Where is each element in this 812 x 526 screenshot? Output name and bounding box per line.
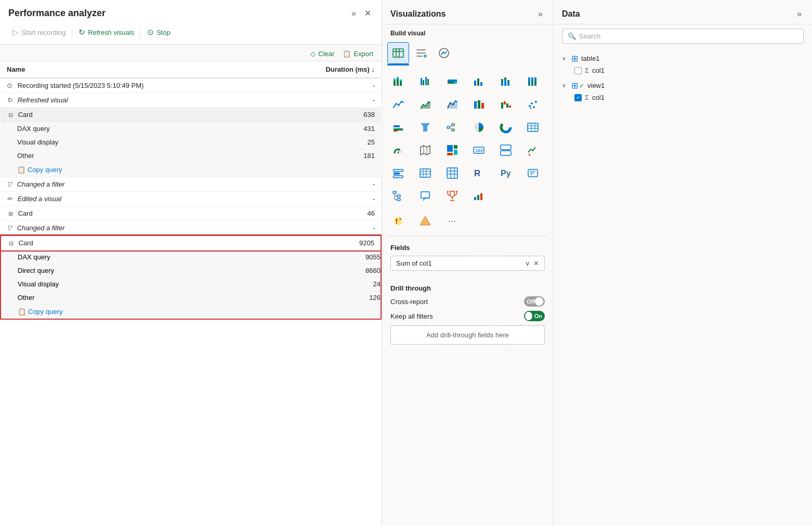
viz-analytics-button[interactable] <box>433 42 455 64</box>
stop-button[interactable]: ⊙ Stop <box>143 25 175 39</box>
search-input[interactable] <box>579 32 798 40</box>
viz-funnel-button[interactable] <box>414 116 436 138</box>
svg-rect-80 <box>528 153 538 153</box>
viz-more-button[interactable]: ··· <box>441 210 463 232</box>
viz-r-script-button[interactable]: R <box>468 162 490 184</box>
viz-stacked-bar-button[interactable] <box>387 71 409 93</box>
close-panel-button[interactable]: ✕ <box>362 7 373 19</box>
copy-icon: 📋 <box>17 166 25 174</box>
viz-slicer-button[interactable] <box>410 42 432 64</box>
svg-rect-30 <box>528 82 530 86</box>
expand-data-button[interactable]: » <box>795 8 804 20</box>
clear-button[interactable]: ◇ Clear <box>310 50 334 58</box>
table-row: DAX query 9055 <box>1 251 381 264</box>
viz-stacked-column-button[interactable] <box>495 71 517 93</box>
viz-bar-chart-small-button[interactable] <box>468 185 490 207</box>
start-recording-button[interactable]: ▷ Start recording <box>8 25 70 39</box>
perf-table: Name Duration (ms) ↓ ⊙ Recording started… <box>0 61 382 526</box>
viz-area-chart-button[interactable] <box>414 94 436 115</box>
panel-title: Performance analyzer <box>8 8 106 19</box>
viz-decomp-tree-button[interactable] <box>441 116 463 138</box>
keep-filters-row: Keep all filters On <box>390 311 545 321</box>
svg-rect-38 <box>478 100 480 109</box>
viz-matrix-button[interactable] <box>522 116 544 138</box>
expand-panel-button[interactable]: » <box>349 8 358 19</box>
table-row: Other 181 <box>1 149 381 163</box>
viz-stacked-bar-100-button[interactable] <box>441 71 463 93</box>
viz-donut-button[interactable] <box>495 116 517 138</box>
viz-ribbon-chart-button[interactable] <box>468 94 490 115</box>
viz-hierarchy-slicer-button[interactable] <box>387 185 409 207</box>
copy-query-button-2[interactable]: 📋 Copy query <box>18 307 62 317</box>
toggle-knob-on <box>525 312 532 320</box>
viz-waterfall-button[interactable] <box>495 94 517 115</box>
viz-pie-button[interactable] <box>468 116 490 138</box>
viz-table2-button[interactable] <box>414 162 436 184</box>
tree-item-table1[interactable]: ∨ ⊞ table1 <box>562 52 804 65</box>
copy-query-button-1[interactable]: 📋 Copy query <box>17 165 62 175</box>
viz-map2-button[interactable] <box>387 210 409 232</box>
table-row: ▽ Changed a filter - <box>1 177 381 192</box>
viz-qa-button[interactable] <box>414 185 436 207</box>
tree-item-view1[interactable]: ∨ ⊞ ✓ view1 <box>562 79 804 92</box>
viz-multi-row-card-button[interactable] <box>495 139 517 161</box>
field-chip-remove-button[interactable]: ✕ <box>533 259 539 267</box>
viz-kpi-button[interactable]: ▲ <box>522 139 544 161</box>
checkbox-view1-col1[interactable]: ✓ <box>574 94 582 101</box>
keep-filters-toggle[interactable]: On <box>524 311 545 321</box>
svg-rect-17 <box>448 80 457 82</box>
table-row[interactable]: ⊟ Card 638 <box>1 108 381 122</box>
svg-point-48 <box>530 108 532 109</box>
svg-rect-49 <box>394 128 403 130</box>
svg-rect-37 <box>474 101 477 109</box>
viz-column-chart-button[interactable] <box>468 71 490 93</box>
viz-treemap-button[interactable] <box>441 139 463 161</box>
viz-line-area-button[interactable] <box>441 94 463 115</box>
viz-card-button[interactable]: 123 <box>468 139 490 161</box>
viz-matrix2-button[interactable] <box>441 162 463 184</box>
svg-rect-111 <box>480 193 482 200</box>
viz-slicer2-button[interactable] <box>387 162 409 184</box>
refresh-icon: ↻ <box>78 28 85 37</box>
viz-smart-narrative-button[interactable] <box>522 162 544 184</box>
tree-child-table1-col1[interactable]: Σ col1 <box>574 65 804 76</box>
viz-trophy-button[interactable] <box>441 185 463 207</box>
viz-map-button[interactable] <box>414 139 436 161</box>
drill-add-box[interactable]: Add drill-through fields here <box>390 325 545 345</box>
viz-line-chart-button[interactable] <box>387 94 409 115</box>
viz-table-button[interactable] <box>387 42 409 64</box>
viz-type-row-top <box>382 40 553 64</box>
sort-icon: ↓ <box>372 65 375 73</box>
viz-title: Visualizations <box>390 9 446 19</box>
viz-scatter-button[interactable] <box>522 94 544 115</box>
svg-rect-14 <box>423 80 424 85</box>
viz-bar-column-button[interactable] <box>387 116 409 138</box>
svg-marker-115 <box>420 216 430 225</box>
cross-report-toggle[interactable]: Off <box>524 296 545 307</box>
export-button[interactable]: 📋 Export <box>343 50 373 58</box>
minus-icon: ⊟ <box>7 112 14 119</box>
toolbar-divider-1 <box>72 27 72 37</box>
field-chip-actions: ∨ ✕ <box>525 259 539 267</box>
viz-gauge-button[interactable] <box>387 139 409 161</box>
table-row[interactable]: ⊞ Card 46 <box>1 206 381 221</box>
tree-child-view1-col1[interactable]: ✓ Σ col1 <box>574 92 804 103</box>
build-visual-label: Build visual <box>382 24 553 40</box>
field-chip-expand-button[interactable]: ∨ <box>525 259 530 267</box>
viz-100pct-stacked-column-button[interactable] <box>522 71 544 93</box>
viz-python-button[interactable]: Py <box>495 162 517 184</box>
svg-line-68 <box>398 150 399 153</box>
expand-viz-button[interactable]: » <box>536 8 545 20</box>
svg-rect-51 <box>394 130 398 132</box>
viz-shape-button[interactable] <box>414 210 436 232</box>
viz-icons-grid: 123 ▲ R Py <box>382 69 553 209</box>
chevron-view1-icon: ∨ <box>562 82 568 89</box>
highlighted-card-row[interactable]: ⊟ Card 9205 <box>1 235 381 251</box>
svg-rect-78 <box>501 151 511 155</box>
viz-clustered-bar-button[interactable] <box>414 71 436 93</box>
svg-rect-8 <box>394 78 396 81</box>
refresh-visuals-button[interactable]: ↻ Refresh visuals <box>74 25 138 39</box>
checkbox-table1-col1[interactable] <box>574 67 582 74</box>
svg-text:123: 123 <box>476 148 483 153</box>
svg-rect-41 <box>504 101 506 104</box>
